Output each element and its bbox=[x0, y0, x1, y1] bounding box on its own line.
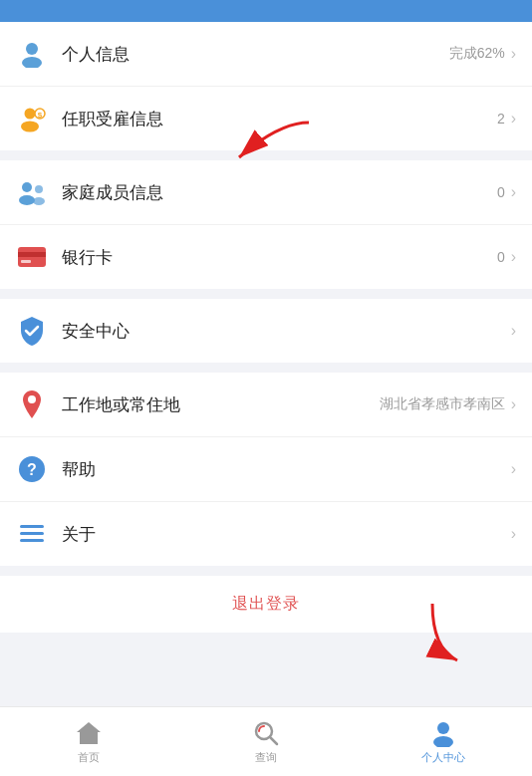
employment-info-label: 任职受雇信息 bbox=[62, 108, 497, 130]
svg-point-10 bbox=[33, 197, 45, 205]
home-icon bbox=[75, 719, 103, 747]
svg-rect-19 bbox=[20, 539, 44, 542]
menu-item-employment-info[interactable]: $ 任职受雇信息 2 › bbox=[0, 87, 532, 150]
nav-item-home[interactable]: 首页 bbox=[0, 707, 177, 776]
chevron-icon: › bbox=[511, 183, 516, 201]
chevron-icon: › bbox=[511, 322, 516, 340]
bottom-nav: 首页 查询 个人中心 bbox=[0, 706, 532, 776]
query-icon bbox=[252, 719, 280, 747]
person-tag-icon: $ bbox=[16, 103, 48, 134]
svg-point-24 bbox=[433, 736, 453, 747]
menu-item-personal-info[interactable]: 个人信息 完成62% › bbox=[0, 22, 532, 87]
bank-card-label: 银行卡 bbox=[62, 246, 497, 269]
nav-profile-label: 个人中心 bbox=[421, 750, 465, 765]
svg-rect-12 bbox=[18, 252, 46, 257]
help-label: 帮助 bbox=[62, 458, 505, 481]
list-icon bbox=[16, 518, 48, 550]
menu-item-family-info[interactable]: 家庭成员信息 0 › bbox=[0, 160, 532, 225]
nav-home-label: 首页 bbox=[78, 750, 100, 765]
about-label: 关于 bbox=[62, 523, 505, 546]
chevron-icon: › bbox=[511, 248, 516, 266]
menu-item-bank-card[interactable]: 银行卡 0 › bbox=[0, 225, 532, 289]
shield-icon bbox=[16, 315, 48, 347]
card-icon bbox=[16, 241, 48, 273]
chevron-icon: › bbox=[511, 110, 516, 128]
location-label: 工作地或常住地 bbox=[62, 393, 380, 416]
family-icon bbox=[16, 176, 48, 208]
person-icon bbox=[16, 38, 48, 70]
personal-info-label: 个人信息 bbox=[62, 43, 449, 66]
svg-point-14 bbox=[28, 395, 36, 403]
security-label: 安全中心 bbox=[62, 320, 505, 343]
svg-point-0 bbox=[26, 43, 38, 55]
svg-text:?: ? bbox=[27, 461, 37, 478]
section-2: 家庭成员信息 0 › 银行卡 0 › bbox=[0, 160, 532, 289]
location-icon bbox=[16, 388, 48, 420]
svg-rect-13 bbox=[21, 260, 31, 263]
svg-rect-18 bbox=[20, 532, 44, 535]
status-bar bbox=[0, 0, 532, 22]
svg-point-8 bbox=[19, 195, 35, 205]
svg-point-7 bbox=[22, 182, 32, 192]
section-4: 工作地或常住地 湖北省孝感市孝南区 › ? 帮助 › 关于 › bbox=[0, 373, 532, 566]
svg-point-2 bbox=[25, 109, 36, 120]
location-value: 湖北省孝感市孝南区 bbox=[380, 395, 505, 413]
menu-item-help[interactable]: ? 帮助 › bbox=[0, 437, 532, 502]
chevron-icon: › bbox=[511, 395, 516, 413]
nav-query-label: 查询 bbox=[255, 750, 277, 765]
family-info-value: 0 bbox=[497, 184, 505, 200]
bank-card-value: 0 bbox=[497, 249, 505, 265]
logout-text[interactable]: 退出登录 bbox=[232, 595, 300, 612]
nav-item-query[interactable]: 查询 bbox=[177, 707, 355, 776]
svg-point-3 bbox=[21, 122, 39, 132]
section-3: 安全中心 › bbox=[0, 299, 532, 363]
chevron-icon: › bbox=[511, 45, 516, 63]
menu-item-location[interactable]: 工作地或常住地 湖北省孝感市孝南区 › bbox=[0, 373, 532, 437]
profile-icon bbox=[429, 719, 457, 747]
svg-point-23 bbox=[437, 722, 449, 734]
nav-item-profile[interactable]: 个人中心 bbox=[355, 707, 532, 776]
svg-rect-17 bbox=[20, 525, 44, 528]
svg-point-9 bbox=[35, 185, 43, 193]
chevron-icon: › bbox=[511, 460, 516, 478]
menu-item-about[interactable]: 关于 › bbox=[0, 502, 532, 566]
svg-point-1 bbox=[22, 57, 42, 68]
logout-area[interactable]: 退出登录 bbox=[0, 576, 532, 633]
svg-rect-21 bbox=[85, 737, 93, 744]
chevron-icon: › bbox=[511, 525, 516, 543]
menu-item-security[interactable]: 安全中心 › bbox=[0, 299, 532, 363]
personal-info-value: 完成62% bbox=[449, 45, 505, 63]
help-icon: ? bbox=[16, 453, 48, 485]
svg-text:$: $ bbox=[38, 111, 43, 120]
family-info-label: 家庭成员信息 bbox=[62, 181, 497, 204]
section-1: 个人信息 完成62% › $ 任职受雇信息 2 › bbox=[0, 22, 532, 150]
employment-info-value: 2 bbox=[497, 111, 505, 127]
